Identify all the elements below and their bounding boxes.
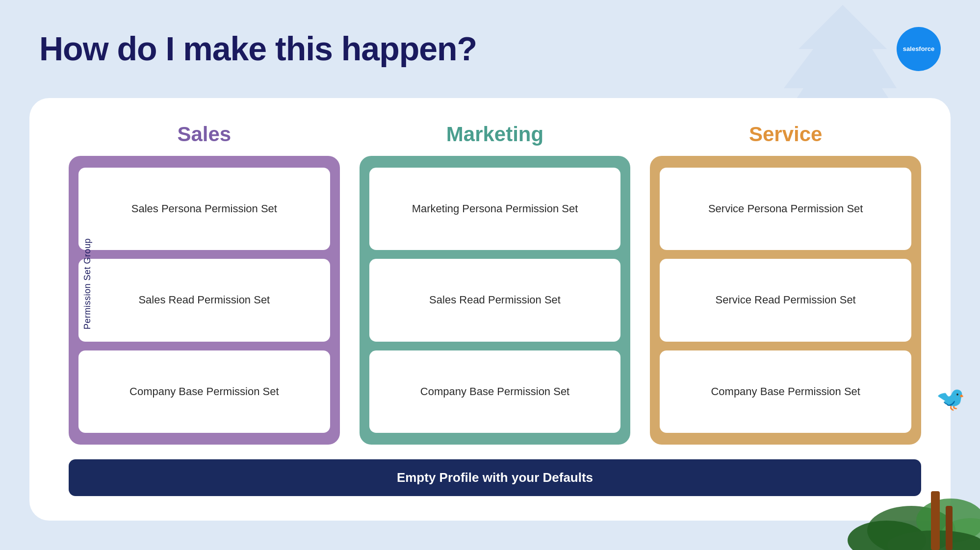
page-title: How do I make this happen? [39,29,477,68]
permission-group-sales: Sales Persona Permission Set Sales Read … [69,156,340,445]
bottom-bar: Empty Profile with your Defaults [69,459,921,496]
svg-rect-7 [931,491,940,550]
permission-group-marketing: Marketing Persona Permission Set Sales R… [360,156,631,445]
sales-item-3: Company Base Permission Set [78,350,330,433]
marketing-item-1: Marketing Persona Permission Set [369,168,621,250]
column-service: Service Service Persona Permission Set S… [650,123,921,445]
salesforce-logo-text: salesforce [903,45,934,53]
column-title-sales: Sales [177,123,231,146]
service-item-2: Service Read Permission Set [660,259,911,341]
sales-item-2: Sales Read Permission Set [78,259,330,341]
column-sales: Sales Sales Persona Permission Set Sales… [69,123,340,445]
vertical-label: Permission Set Group [82,238,93,329]
main-card: Permission Set Group Sales Sales Persona… [29,98,951,521]
marketing-item-3: Company Base Permission Set [369,350,621,433]
columns-area: Permission Set Group Sales Sales Persona… [69,123,921,445]
foliage-decoration [813,442,980,550]
bottom-bar-label: Empty Profile with your Defaults [397,470,593,485]
column-title-service: Service [749,123,822,146]
service-item-3: Company Base Permission Set [660,350,911,433]
permission-group-service: Service Persona Permission Set Service R… [650,156,921,445]
service-item-1: Service Persona Permission Set [660,168,911,250]
salesforce-logo: salesforce [897,27,941,71]
marketing-item-2: Sales Read Permission Set [369,259,621,341]
svg-rect-8 [946,506,953,550]
sales-item-1: Sales Persona Permission Set [78,168,330,250]
column-marketing: Marketing Marketing Persona Permission S… [360,123,631,445]
hummingbird-decoration: 🐦 [936,385,965,413]
column-title-marketing: Marketing [446,123,543,146]
